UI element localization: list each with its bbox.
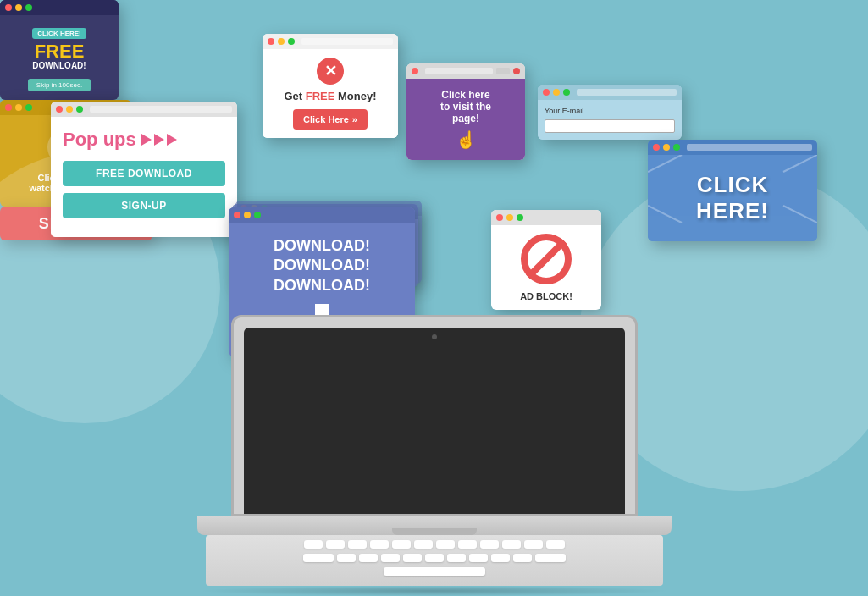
dot-yellow <box>15 104 22 111</box>
key <box>480 540 499 549</box>
key <box>524 540 543 549</box>
key <box>359 554 378 562</box>
popup-clickhere: CLICK HERE! <box>648 140 817 241</box>
titlebar-line <box>301 38 393 45</box>
download-text-small: DOWNLOAD! <box>8 61 110 70</box>
key <box>425 554 444 562</box>
key <box>348 540 367 549</box>
decorative-lines <box>648 155 817 241</box>
close-icon <box>513 68 520 74</box>
minimize-icon <box>496 68 510 74</box>
key <box>304 540 323 549</box>
key <box>535 554 566 562</box>
titlebar-line <box>90 106 232 113</box>
free-text: FREE <box>8 42 110 61</box>
popup-money-body: ✕ Get FREE Money! Click Here » <box>263 49 398 138</box>
download-text: DOWNLOAD!DOWNLOAD!DOWNLOAD! <box>242 236 401 295</box>
key <box>303 554 334 562</box>
key <box>326 540 345 549</box>
dot-green <box>25 4 32 11</box>
dot-red <box>5 4 12 11</box>
email-label: Your E-mail <box>545 107 675 115</box>
dot-red <box>268 38 274 45</box>
popup-purple-body: Click here to visit the page! ☝ <box>406 79 525 160</box>
popup-popups-body: Pop ups FREE DOWNLOAD SIGN-UP <box>51 117 237 237</box>
key <box>370 540 389 549</box>
popup-popups: Pop ups FREE DOWNLOAD SIGN-UP <box>51 102 237 237</box>
purple-text: Click here to visit the page! <box>415 89 517 124</box>
dot-green <box>673 144 680 151</box>
free-download-button[interactable]: FREE DOWNLOAD <box>63 161 225 186</box>
dot-red <box>56 106 63 113</box>
dot-red <box>234 212 240 218</box>
key <box>392 540 411 549</box>
titlebar-line <box>425 68 493 74</box>
key-row-3 <box>206 567 663 576</box>
svg-line-1 <box>783 155 817 172</box>
popup-freedl-body: CLICK HERE! FREE DOWNLOAD! Skip in 100se… <box>0 15 119 100</box>
popup-popups-title: Pop ups <box>63 129 225 151</box>
popup-adblock: AD BLOCK! <box>491 210 601 310</box>
key <box>491 554 510 562</box>
dot-red <box>543 89 550 96</box>
dot-green <box>25 104 32 111</box>
play-icon-2 <box>154 134 164 146</box>
key <box>502 540 521 549</box>
laptop-shadow <box>197 586 672 596</box>
laptop-base <box>197 516 672 535</box>
key <box>403 554 422 562</box>
dot-yellow <box>244 212 251 218</box>
close-x-icon: ✕ <box>317 58 344 85</box>
laptop-keyboard <box>206 535 663 586</box>
adblock-text: AD BLOCK! <box>500 291 593 301</box>
dot-red <box>496 214 503 221</box>
dot-green <box>288 38 295 45</box>
dot-yellow <box>553 89 560 96</box>
laptop <box>197 315 672 596</box>
key <box>447 554 466 562</box>
key <box>337 554 356 562</box>
key <box>546 540 565 549</box>
skip-button[interactable]: Skip in 100sec. <box>28 79 91 91</box>
popup-purple: Click here to visit the page! ☝ <box>406 63 525 160</box>
dot-red <box>653 144 660 151</box>
popup-freedl-titlebar <box>0 0 119 15</box>
dot-yellow <box>278 38 285 45</box>
key <box>381 554 400 562</box>
popup-adblock-titlebar <box>491 210 601 225</box>
svg-line-2 <box>648 206 682 223</box>
laptop-screen-outer <box>231 315 638 516</box>
key-row-1 <box>206 540 663 549</box>
email-input[interactable] <box>545 119 675 133</box>
svg-line-3 <box>783 206 817 223</box>
play-icon-1 <box>141 134 152 146</box>
popup-popups-titlebar <box>51 102 237 117</box>
dot-green <box>76 106 83 113</box>
popup-download-titlebar <box>229 207 415 223</box>
key <box>414 540 433 549</box>
click-here-small-label: CLICK HERE! <box>32 28 86 39</box>
no-symbol-icon <box>521 234 572 284</box>
play-icon-3 <box>167 134 177 146</box>
dot-yellow <box>66 106 73 113</box>
key <box>436 540 455 549</box>
titlebar-line <box>687 144 812 151</box>
popup-email-titlebar <box>538 85 682 100</box>
popup-email: Your E-mail <box>538 85 682 140</box>
popup-freedl: CLICK HERE! FREE DOWNLOAD! Skip in 100se… <box>0 0 119 100</box>
sign-up-button[interactable]: SIGN-UP <box>63 193 225 218</box>
popup-clickhere-body: CLICK HERE! <box>648 155 817 241</box>
play-icons <box>141 134 177 146</box>
svg-line-0 <box>648 155 682 172</box>
laptop-screen <box>244 328 625 514</box>
titlebar-line <box>577 89 677 96</box>
click-here-button[interactable]: Click Here » <box>293 109 368 130</box>
popup-purple-titlebar <box>406 63 525 79</box>
dot-green <box>254 212 261 218</box>
dot-yellow <box>506 214 513 221</box>
key <box>513 554 532 562</box>
dot-red <box>5 104 12 111</box>
money-title: Get FREE Money! <box>271 90 390 102</box>
popup-email-body: Your E-mail <box>538 100 682 140</box>
popup-money: ✕ Get FREE Money! Click Here » <box>263 34 398 138</box>
